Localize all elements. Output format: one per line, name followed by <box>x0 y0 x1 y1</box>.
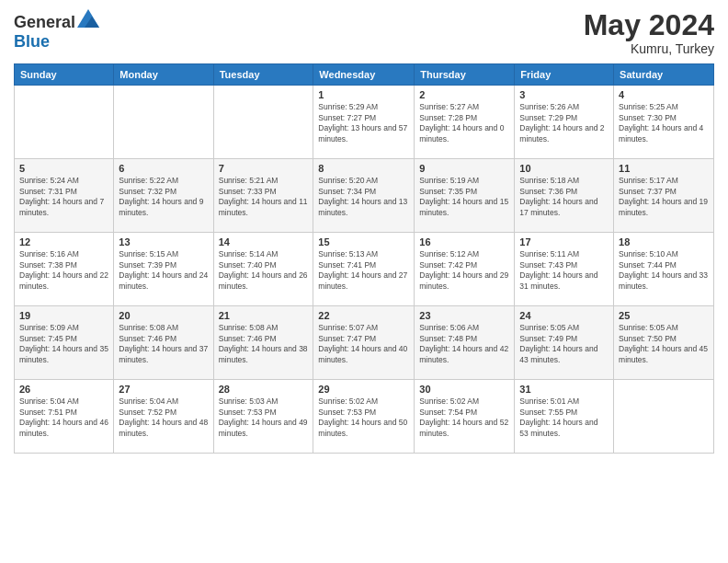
day-info: Sunrise: 5:22 AM Sunset: 7:32 PM Dayligh… <box>119 176 208 218</box>
table-row: 2Sunrise: 5:27 AM Sunset: 7:28 PM Daylig… <box>415 86 515 159</box>
table-row: 20Sunrise: 5:08 AM Sunset: 7:46 PM Dayli… <box>114 306 213 380</box>
table-row: 18Sunrise: 5:10 AM Sunset: 7:44 PM Dayli… <box>614 233 714 306</box>
logo-icon <box>77 9 99 28</box>
logo: General Blue <box>14 9 99 52</box>
day-number: 31 <box>519 384 609 395</box>
day-info: Sunrise: 5:11 AM Sunset: 7:43 PM Dayligh… <box>519 249 609 292</box>
table-row: 12Sunrise: 5:16 AM Sunset: 7:38 PM Dayli… <box>15 233 114 306</box>
day-info: Sunrise: 5:15 AM Sunset: 7:39 PM Dayligh… <box>119 249 208 292</box>
table-row: 4Sunrise: 5:25 AM Sunset: 7:30 PM Daylig… <box>614 86 714 159</box>
day-info: Sunrise: 5:10 AM Sunset: 7:44 PM Dayligh… <box>619 249 709 292</box>
day-info: Sunrise: 5:24 AM Sunset: 7:31 PM Dayligh… <box>19 176 108 218</box>
calendar-table: Sunday Monday Tuesday Wednesday Thursday… <box>14 63 714 454</box>
day-info: Sunrise: 5:20 AM Sunset: 7:34 PM Dayligh… <box>318 176 409 218</box>
table-row: 31Sunrise: 5:01 AM Sunset: 7:55 PM Dayli… <box>515 380 614 454</box>
table-row: 3Sunrise: 5:26 AM Sunset: 7:29 PM Daylig… <box>515 86 614 159</box>
location: Kumru, Turkey <box>584 41 714 56</box>
day-info: Sunrise: 5:18 AM Sunset: 7:36 PM Dayligh… <box>519 176 609 218</box>
day-info: Sunrise: 5:27 AM Sunset: 7:28 PM Dayligh… <box>419 102 509 144</box>
table-row: 22Sunrise: 5:07 AM Sunset: 7:47 PM Dayli… <box>313 306 415 380</box>
day-number: 22 <box>318 310 409 321</box>
table-row: 27Sunrise: 5:04 AM Sunset: 7:52 PM Dayli… <box>114 380 213 454</box>
table-row <box>213 86 313 159</box>
header-saturday: Saturday <box>614 64 714 86</box>
day-info: Sunrise: 5:05 AM Sunset: 7:50 PM Dayligh… <box>619 323 709 365</box>
day-number: 13 <box>119 236 208 247</box>
table-row: 28Sunrise: 5:03 AM Sunset: 7:53 PM Dayli… <box>213 380 313 454</box>
table-row: 14Sunrise: 5:14 AM Sunset: 7:40 PM Dayli… <box>213 233 313 306</box>
day-number: 24 <box>519 310 609 321</box>
table-row: 13Sunrise: 5:15 AM Sunset: 7:39 PM Dayli… <box>114 233 213 306</box>
day-number: 30 <box>419 384 509 395</box>
calendar-week-row: 1Sunrise: 5:29 AM Sunset: 7:27 PM Daylig… <box>15 86 714 159</box>
table-row: 24Sunrise: 5:05 AM Sunset: 7:49 PM Dayli… <box>515 306 614 380</box>
day-number: 25 <box>619 310 709 321</box>
logo-general: General <box>14 13 75 31</box>
day-number: 21 <box>219 310 309 321</box>
table-row: 11Sunrise: 5:17 AM Sunset: 7:37 PM Dayli… <box>614 159 714 233</box>
day-number: 9 <box>419 163 509 174</box>
day-info: Sunrise: 5:02 AM Sunset: 7:53 PM Dayligh… <box>318 396 409 439</box>
day-number: 10 <box>519 163 609 174</box>
logo-blue: Blue <box>14 32 50 51</box>
calendar-week-row: 19Sunrise: 5:09 AM Sunset: 7:45 PM Dayli… <box>15 306 714 380</box>
header: General Blue May 2024 Kumru, Turkey <box>14 9 714 56</box>
day-number: 2 <box>419 89 509 100</box>
table-row: 5Sunrise: 5:24 AM Sunset: 7:31 PM Daylig… <box>15 159 114 233</box>
day-number: 20 <box>119 310 208 321</box>
day-info: Sunrise: 5:08 AM Sunset: 7:46 PM Dayligh… <box>119 323 208 365</box>
day-number: 12 <box>19 236 108 247</box>
day-number: 7 <box>219 163 309 174</box>
table-row: 19Sunrise: 5:09 AM Sunset: 7:45 PM Dayli… <box>15 306 114 380</box>
day-number: 4 <box>619 89 709 100</box>
calendar-week-row: 12Sunrise: 5:16 AM Sunset: 7:38 PM Dayli… <box>15 233 714 306</box>
day-info: Sunrise: 5:29 AM Sunset: 7:27 PM Dayligh… <box>318 102 409 144</box>
day-number: 6 <box>119 163 208 174</box>
header-monday: Monday <box>114 64 213 86</box>
day-info: Sunrise: 5:26 AM Sunset: 7:29 PM Dayligh… <box>519 102 609 144</box>
day-number: 18 <box>619 236 709 247</box>
day-info: Sunrise: 5:14 AM Sunset: 7:40 PM Dayligh… <box>219 249 309 292</box>
day-info: Sunrise: 5:12 AM Sunset: 7:42 PM Dayligh… <box>419 249 509 292</box>
day-info: Sunrise: 5:06 AM Sunset: 7:48 PM Dayligh… <box>419 323 509 365</box>
table-row <box>614 380 714 454</box>
calendar-week-row: 26Sunrise: 5:04 AM Sunset: 7:51 PM Dayli… <box>15 380 714 454</box>
day-number: 14 <box>219 236 309 247</box>
table-row: 9Sunrise: 5:19 AM Sunset: 7:35 PM Daylig… <box>415 159 515 233</box>
table-row: 30Sunrise: 5:02 AM Sunset: 7:54 PM Dayli… <box>415 380 515 454</box>
day-info: Sunrise: 5:17 AM Sunset: 7:37 PM Dayligh… <box>619 176 709 218</box>
table-row: 25Sunrise: 5:05 AM Sunset: 7:50 PM Dayli… <box>614 306 714 380</box>
logo-text: General Blue <box>14 9 99 52</box>
table-row: 17Sunrise: 5:11 AM Sunset: 7:43 PM Dayli… <box>515 233 614 306</box>
day-info: Sunrise: 5:08 AM Sunset: 7:46 PM Dayligh… <box>219 323 309 365</box>
day-info: Sunrise: 5:13 AM Sunset: 7:41 PM Dayligh… <box>318 249 409 292</box>
day-info: Sunrise: 5:21 AM Sunset: 7:33 PM Dayligh… <box>219 176 309 218</box>
table-row: 15Sunrise: 5:13 AM Sunset: 7:41 PM Dayli… <box>313 233 415 306</box>
table-row <box>114 86 213 159</box>
day-number: 28 <box>219 384 309 395</box>
month-year: May 2024 <box>584 9 714 41</box>
day-info: Sunrise: 5:01 AM Sunset: 7:55 PM Dayligh… <box>519 396 609 439</box>
table-row: 8Sunrise: 5:20 AM Sunset: 7:34 PM Daylig… <box>313 159 415 233</box>
header-thursday: Thursday <box>415 64 515 86</box>
day-info: Sunrise: 5:03 AM Sunset: 7:53 PM Dayligh… <box>219 396 309 439</box>
header-wednesday: Wednesday <box>313 64 415 86</box>
header-sunday: Sunday <box>15 64 114 86</box>
table-row <box>15 86 114 159</box>
day-number: 11 <box>619 163 709 174</box>
day-number: 3 <box>519 89 609 100</box>
day-info: Sunrise: 5:25 AM Sunset: 7:30 PM Dayligh… <box>619 102 709 144</box>
day-number: 19 <box>19 310 108 321</box>
day-number: 27 <box>119 384 208 395</box>
table-row: 6Sunrise: 5:22 AM Sunset: 7:32 PM Daylig… <box>114 159 213 233</box>
table-row: 10Sunrise: 5:18 AM Sunset: 7:36 PM Dayli… <box>515 159 614 233</box>
table-row: 21Sunrise: 5:08 AM Sunset: 7:46 PM Dayli… <box>213 306 313 380</box>
header-friday: Friday <box>515 64 614 86</box>
day-info: Sunrise: 5:04 AM Sunset: 7:52 PM Dayligh… <box>119 396 208 439</box>
calendar-week-row: 5Sunrise: 5:24 AM Sunset: 7:31 PM Daylig… <box>15 159 714 233</box>
table-row: 26Sunrise: 5:04 AM Sunset: 7:51 PM Dayli… <box>15 380 114 454</box>
day-number: 5 <box>19 163 108 174</box>
day-number: 23 <box>419 310 509 321</box>
day-number: 26 <box>19 384 108 395</box>
day-info: Sunrise: 5:19 AM Sunset: 7:35 PM Dayligh… <box>419 176 509 218</box>
